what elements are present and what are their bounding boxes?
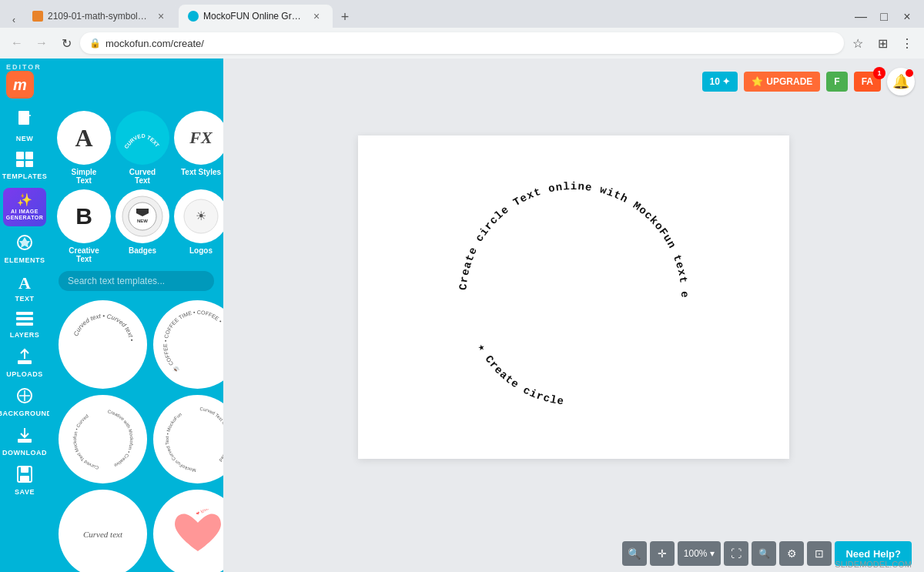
curved-text-circle: CURVED TEXT: [116, 111, 169, 165]
sidebar-item-save[interactable]: SAVE: [0, 461, 49, 500]
sidebar-item-text[interactable]: A TEXT: [0, 269, 49, 307]
text-panel: A SimpleText CURVED TEXT: [49, 103, 223, 572]
move-icon: ✛: [658, 547, 667, 560]
settings-btn[interactable]: ⚙: [779, 541, 804, 566]
svg-text:☀: ☀: [196, 209, 206, 222]
lock-icon: 🔒: [89, 38, 101, 49]
upgrade-button[interactable]: ⭐ UPGRADE: [744, 72, 820, 92]
address-text: mockofun.com/create/: [105, 38, 204, 49]
zoom-in-icon: 🔍: [628, 547, 641, 560]
curved-text-type[interactable]: CURVED TEXT CurvedText: [116, 111, 169, 185]
tab2-title: MockoFUN Online Graphic De...: [203, 11, 305, 22]
sidebar-item-layers[interactable]: LAYERS: [0, 307, 49, 343]
creative-text-label: CreativeText: [69, 246, 99, 263]
upgrade-star-icon: ⭐: [752, 76, 763, 87]
uploads-icon: [17, 348, 32, 369]
tab-1[interactable]: 2109-01-math-symbols-power... ×: [23, 5, 177, 28]
tab-bar: ‹ 2109-01-math-symbols-power... × MockoF…: [0, 0, 924, 28]
sidebar-item-new[interactable]: NEW: [0, 106, 49, 147]
svg-rect-7: [16, 312, 33, 315]
stars-button[interactable]: 10 ✦: [702, 72, 738, 92]
maximize-btn[interactable]: □: [873, 6, 895, 28]
badges-label: Badges: [129, 246, 156, 255]
f-button[interactable]: F: [826, 72, 847, 92]
zoom-chevron: ▾: [710, 548, 715, 559]
settings-icon: ⚙: [787, 547, 797, 560]
search-input[interactable]: [59, 271, 214, 291]
upgrade-label: UPGRADE: [766, 76, 812, 87]
template-4[interactable]: Curved Text MockoFun • Curved MockoFun C…: [153, 395, 223, 483]
tab-2[interactable]: MockoFUN Online Graphic De... ×: [179, 5, 333, 28]
template-grid-2: Curved text ❤ love ❤: [52, 490, 220, 572]
fa-button[interactable]: FA 1: [854, 72, 881, 92]
back-btn[interactable]: ←: [6, 32, 28, 54]
top-toolbar: 10 ✦ ⭐ UPGRADE F FA 1 🔔: [702, 68, 915, 95]
layers-icon: [16, 312, 33, 329]
tab1-close[interactable]: ×: [154, 9, 168, 23]
save-label: SAVE: [15, 488, 35, 496]
svg-rect-16: [21, 467, 28, 473]
close-btn[interactable]: ×: [896, 6, 918, 28]
text-styles-circle: FX: [174, 111, 223, 165]
tab-collapse-btn[interactable]: ‹: [6, 12, 22, 28]
extension-btn[interactable]: ⊞: [872, 32, 893, 54]
bookmark-btn[interactable]: ☆: [847, 32, 869, 54]
sidebar-item-download[interactable]: DOWNLOAD: [0, 422, 49, 461]
text-types-grid: A SimpleText CURVED TEXT: [52, 106, 220, 268]
sidebar-item-elements[interactable]: ELEMENTS: [0, 229, 49, 269]
tab2-close[interactable]: ×: [310, 9, 323, 23]
watermark: SLIDEMODEL.COM: [835, 560, 912, 569]
svg-rect-10: [18, 360, 32, 364]
ai-image-generator-btn[interactable]: ✨ AI IMAGEGENERATOR: [3, 188, 46, 226]
new-icon: [17, 111, 32, 133]
mockofun-logo[interactable]: m: [6, 71, 34, 99]
text-styles-type[interactable]: FX Text Styles: [174, 111, 223, 185]
badges-type[interactable]: NEW Badges: [116, 189, 169, 263]
background-icon: [16, 387, 33, 408]
reload-btn[interactable]: ↻: [55, 32, 77, 54]
text-icon: A: [18, 273, 31, 293]
svg-text:Curved Text MockoFun • Curved: Curved Text MockoFun • Curved: [199, 406, 223, 463]
bottom-toolbar: 🔍 ✛ 100% ▾ ⛶ 🔍 ⚙ ⊡: [223, 535, 924, 572]
new-label: NEW: [16, 135, 34, 142]
sidebar-item-templates[interactable]: TEMPLATES: [0, 147, 49, 185]
sidebar-item-background[interactable]: BACKGROUND: [0, 383, 49, 422]
sidebar-item-uploads[interactable]: UPLOADS: [0, 343, 49, 383]
simple-text-type[interactable]: A SimpleText: [57, 111, 111, 185]
svg-text:CURVED TEXT: CURVED TEXT: [123, 133, 160, 150]
elements-label: ELEMENTS: [4, 256, 45, 264]
curved-text-label: CurvedText: [129, 168, 156, 185]
creative-text-type[interactable]: B CreativeText: [57, 189, 111, 263]
zoom-out-icon: 🔍: [758, 548, 770, 559]
svg-text:MockoFun Curved Text • MockoFu: MockoFun Curved Text • MockoFun: [164, 411, 196, 472]
fa-label: FA: [862, 76, 873, 87]
template-6[interactable]: ❤ love ❤: [153, 490, 223, 572]
logos-type[interactable]: ☀ Logos: [174, 189, 223, 263]
template-2[interactable]: ☕ COFFEE • COFFEE TIME • COFFEE •: [153, 300, 223, 389]
minimize-btn[interactable]: —: [850, 6, 872, 28]
menu-btn[interactable]: ⋮: [896, 32, 918, 54]
f-label: F: [834, 76, 839, 87]
zoom-display[interactable]: 100% ▾: [678, 541, 721, 566]
address-bar[interactable]: 🔒 mockofun.com/create/: [80, 32, 844, 54]
curved-text-label-5: Curved text: [83, 530, 122, 539]
notification-button[interactable]: 🔔: [887, 68, 915, 95]
templates-icon: [16, 152, 33, 171]
grid-btn[interactable]: ⊡: [807, 541, 832, 566]
svg-rect-14: [18, 439, 32, 443]
fullscreen-btn[interactable]: ⛶: [724, 541, 748, 566]
canvas[interactable]: Create circle Text online with MockoFun …: [358, 135, 789, 459]
svg-text:Curved Text Mockofun • Curved: Curved Text Mockofun • Curved: [72, 413, 99, 470]
svg-rect-9: [16, 323, 33, 326]
new-tab-button[interactable]: +: [334, 6, 356, 28]
forward-btn[interactable]: →: [31, 32, 52, 54]
svg-text:★ Create circle: ★ Create circle: [475, 341, 565, 407]
simple-text-icon: A: [75, 124, 92, 152]
move-btn[interactable]: ✛: [650, 541, 675, 566]
template-3[interactable]: Creative with Mockofun • Creative Curved…: [59, 395, 147, 483]
zoom-out-btn[interactable]: 🔍: [752, 541, 776, 566]
template-5[interactable]: Curved text: [59, 490, 147, 572]
zoom-in-btn[interactable]: 🔍: [622, 541, 647, 566]
nav-icons: ☆ ⊞ ⋮: [847, 32, 918, 54]
template-1[interactable]: Curved text • Curved text •: [59, 300, 147, 389]
